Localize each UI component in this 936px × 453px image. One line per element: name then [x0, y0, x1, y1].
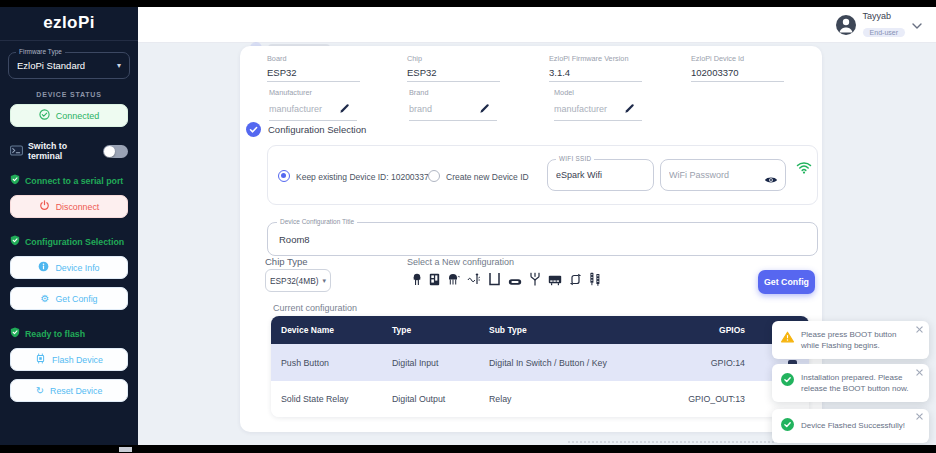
brand-input[interactable]	[409, 104, 479, 114]
transistor-icon[interactable]	[447, 273, 460, 286]
device-config-title-box: Device Configuration Title	[267, 222, 818, 256]
prong-sensor-icon[interactable]	[529, 272, 541, 286]
configuration-selection-heading: Configuration Selection	[246, 122, 366, 137]
firmware-type-label: Firmware Type	[16, 48, 65, 55]
table-row[interactable]: Solid State Relay Digital Output Relay G…	[271, 381, 809, 417]
chevron-down-icon: ▾	[117, 61, 121, 70]
shield-check-icon	[10, 174, 20, 187]
toggle-knob	[104, 146, 115, 157]
success-check-icon	[781, 372, 794, 390]
table-header-row: Device Name Type Sub Type GPIOs	[271, 316, 809, 344]
col-type: Type	[382, 325, 479, 335]
radio-create-new[interactable]	[428, 170, 440, 182]
device-config-card: Board ESP32 Chip ESP32 EzloPi Firmware V…	[240, 46, 822, 432]
edit-pencil-icon[interactable]	[624, 100, 635, 118]
wifi-password-box	[660, 159, 786, 191]
resize-notch	[119, 447, 132, 452]
flash-section-title: Ready to flash	[10, 327, 128, 340]
app-window: ezloPi Firmware Type EzloPi Standard ▾ D…	[0, 0, 936, 453]
radio-keep-existing[interactable]	[278, 170, 290, 182]
avatar	[836, 15, 856, 35]
switch-to-terminal-row: Switch to terminal	[10, 141, 128, 161]
field-chip: Chip ESP32	[407, 54, 507, 82]
connected-label: Connected	[56, 111, 100, 121]
terminal-icon	[10, 142, 23, 160]
table-row[interactable]: Push Button Digital Input Digital In Swi…	[271, 344, 809, 381]
chevron-down-icon: ▾	[322, 277, 326, 285]
device-info-button[interactable]: Device Info	[10, 256, 128, 279]
success-check-icon	[781, 417, 794, 435]
close-icon[interactable]	[916, 369, 923, 376]
close-icon[interactable]	[916, 326, 923, 333]
wifi-ssid-input[interactable]	[548, 160, 653, 190]
user-menu[interactable]: Tayyab End-user	[836, 11, 922, 39]
warning-icon	[781, 329, 794, 347]
ezlopi-logo: ezloPi	[0, 7, 138, 41]
toast-boot-warning: Please press BOOT button while Flashing …	[772, 321, 929, 359]
field-manufacturer: Manufacturer	[269, 88, 369, 121]
chevron-down-icon[interactable]	[912, 16, 922, 34]
radio-create-new-label: Create new Device ID	[446, 172, 529, 182]
model-input[interactable]	[554, 104, 624, 114]
toast-installation-prepared: Installation prepared. Please release th…	[772, 364, 929, 402]
power-icon	[39, 200, 50, 213]
top-header: Tayyab End-user	[138, 7, 936, 43]
info-icon	[38, 261, 49, 274]
blue-check-circle-icon	[246, 122, 261, 137]
flash-device-button[interactable]: Flash Device	[10, 348, 128, 371]
get-config-button[interactable]: Get Config	[758, 270, 815, 294]
edit-pencil-icon[interactable]	[479, 100, 490, 118]
field-firmware-version: EzloPi Firmware Version 3.1.4	[549, 54, 649, 82]
col-device-name: Device Name	[271, 325, 382, 335]
current-configuration-table: Device Name Type Sub Type GPIOs Push But…	[271, 316, 809, 417]
current-configuration-label: Current configuration	[273, 303, 357, 313]
device-status-heading: DEVICE STATUS	[0, 91, 138, 98]
user-role-badge: End-user	[863, 28, 905, 37]
chip-type-select[interactable]: ESP32(4MB) ▾	[265, 269, 331, 292]
field-board: Board ESP32	[267, 54, 367, 82]
firmware-type-select[interactable]: Firmware Type EzloPi Standard ▾	[8, 52, 130, 79]
window-bottom-bar	[0, 445, 936, 453]
toast-flash-success: Device Flashed Successfully!	[772, 409, 929, 443]
wifi-ssid-label: WIFI SSID	[556, 155, 594, 162]
field-model: Model	[554, 88, 654, 121]
get-config-sidebar-button[interactable]: ⚙ Get Config	[10, 287, 128, 310]
switch-to-terminal-label: Switch to terminal	[28, 141, 98, 161]
shield-check-icon	[10, 235, 20, 248]
show-password-eye-icon[interactable]	[764, 171, 778, 189]
firmware-type-value: EzloPi Standard	[17, 60, 117, 71]
config-section-title: Configuration Selection	[10, 235, 128, 248]
radio-keep-existing-label: Keep existing Device ID: 102003370	[296, 172, 434, 182]
wifi-signal-icon	[796, 160, 812, 178]
led-icon[interactable]	[412, 273, 422, 286]
device-id-wifi-panel: Keep existing Device ID: 102003370 Creat…	[267, 145, 818, 205]
status-badge-connected: Connected	[10, 104, 128, 127]
device-config-title-label: Device Configuration Title	[277, 218, 357, 225]
display-icon[interactable]	[548, 275, 562, 286]
close-icon[interactable]	[916, 413, 923, 420]
field-brand: Brand	[409, 88, 509, 121]
toggle-switch-icon[interactable]	[569, 273, 582, 286]
terminal-toggle[interactable]	[103, 145, 128, 158]
gear-icon: ⚙	[40, 294, 49, 304]
select-new-config-label: Select a New configuration	[407, 257, 514, 267]
field-device-id: EzloPi Device Id 102003370	[691, 54, 791, 82]
push-button-icon[interactable]	[508, 278, 522, 286]
serial-section-title: Connect to a serial port	[10, 174, 128, 187]
bracket-icon[interactable]	[488, 272, 501, 286]
sidebar: ezloPi Firmware Type EzloPi Standard ▾ D…	[0, 7, 138, 445]
relay-module-icon[interactable]	[429, 273, 440, 286]
col-sub-type: Sub Type	[479, 325, 679, 335]
manufacturer-input[interactable]	[269, 104, 339, 114]
edit-pencil-icon[interactable]	[339, 100, 350, 118]
check-circle-icon	[39, 109, 50, 122]
chip-type-label: Chip Type	[265, 256, 308, 267]
header-pins-icon[interactable]	[589, 272, 602, 286]
disconnect-button[interactable]: Disconnect	[10, 195, 128, 218]
reset-icon: ↻	[36, 386, 44, 396]
user-name: Tayyab	[863, 11, 905, 21]
analog-sensor-icon[interactable]	[467, 273, 481, 286]
reset-device-button[interactable]: ↻ Reset Device	[10, 379, 128, 402]
config-icon-palette	[412, 272, 602, 286]
device-config-title-input[interactable]	[268, 223, 817, 255]
